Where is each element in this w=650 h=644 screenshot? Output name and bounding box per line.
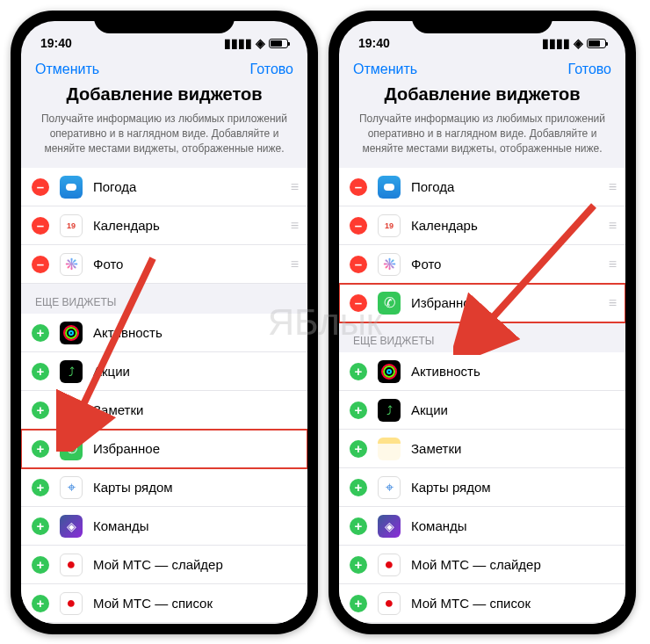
remove-icon[interactable]: –	[350, 217, 367, 235]
list-item-label: Мой МТС — слайдер	[411, 557, 615, 572]
add-icon[interactable]: +	[350, 517, 367, 535]
maps-icon	[60, 476, 83, 499]
stocks-icon	[378, 399, 401, 422]
shortcuts-icon	[378, 515, 401, 538]
list-item[interactable]: – Фото	[21, 245, 307, 284]
remove-icon[interactable]: –	[32, 256, 49, 273]
screen: 19:40 ▮▮▮▮ ◈ Отменить Готово Добавление …	[339, 21, 625, 624]
list-item[interactable]: + 19 На очереди	[339, 623, 625, 624]
list-item[interactable]: – Фото	[339, 245, 625, 284]
add-icon[interactable]: +	[350, 363, 367, 380]
add-icon[interactable]: +	[32, 440, 49, 458]
list-item-label: Мой МТС — список	[93, 596, 297, 611]
list-item[interactable]: + Карты рядом	[21, 468, 307, 507]
remove-icon[interactable]: –	[350, 178, 367, 196]
mts-icon	[378, 554, 401, 576]
list-item-label: Мой МТС — слайдер	[93, 557, 297, 572]
list-item[interactable]: + Команды	[21, 507, 307, 546]
mts-icon	[60, 592, 83, 615]
section-header: ЕЩЕ ВИДЖЕТЫ	[339, 322, 625, 352]
list-item[interactable]: – 19 Календарь	[21, 206, 307, 245]
add-icon[interactable]: +	[32, 324, 49, 342]
list-item[interactable]: – 19 Календарь	[339, 206, 625, 245]
list-item[interactable]: + Мой МТС — список	[339, 584, 625, 623]
phone-icon	[60, 438, 83, 460]
drag-handle-icon[interactable]	[609, 257, 615, 272]
add-icon[interactable]: +	[32, 556, 49, 574]
list-item[interactable]: – Погода	[339, 168, 625, 206]
list-item-label: Избранное	[93, 441, 297, 456]
page-title: Добавление виджетов	[358, 84, 606, 105]
photos-icon	[378, 253, 401, 276]
list-item-label: Календарь	[411, 218, 609, 233]
add-icon[interactable]: +	[350, 440, 367, 458]
remove-icon[interactable]: –	[350, 256, 367, 273]
page-desc: Получайте информацию из любимых приложен…	[40, 112, 288, 156]
list-item[interactable]: + Мой МТС — слайдер	[21, 546, 307, 584]
add-icon[interactable]: +	[350, 479, 367, 496]
drag-handle-icon[interactable]	[609, 295, 615, 311]
list-item-label: Карты рядом	[411, 480, 615, 495]
drag-handle-icon[interactable]	[291, 257, 297, 272]
add-icon[interactable]: +	[350, 556, 367, 574]
activity-icon	[378, 360, 401, 383]
list-item[interactable]: + Акции	[339, 391, 625, 430]
list-item-label: Активность	[411, 364, 615, 379]
stocks-icon	[60, 360, 83, 383]
weather-icon	[60, 176, 83, 199]
list-item-favorites[interactable]: + Избранное	[21, 430, 307, 468]
list-item[interactable]: + Музыка	[21, 623, 307, 624]
activity-icon	[60, 322, 83, 344]
cancel-button[interactable]: Отменить	[35, 62, 99, 77]
list-item[interactable]: + Заметки	[21, 391, 307, 430]
list-item-favorites[interactable]: – Избранное	[339, 284, 625, 322]
calendar-icon: 19	[60, 214, 83, 237]
add-icon[interactable]: +	[32, 363, 49, 380]
signal-icon: ▮▮▮▮	[224, 36, 252, 50]
list-item[interactable]: + Мой МТС — список	[21, 584, 307, 623]
list-item[interactable]: + Карты рядом	[339, 468, 625, 507]
remove-icon[interactable]: –	[32, 217, 49, 235]
done-button[interactable]: Готово	[568, 62, 611, 77]
nav-bar: Отменить Готово	[339, 56, 625, 84]
remove-icon[interactable]: –	[350, 294, 367, 312]
add-icon[interactable]: +	[32, 517, 49, 535]
list-item-label: Акции	[411, 402, 615, 417]
list-item[interactable]: + Мой МТС — слайдер	[339, 546, 625, 584]
active-widgets-list: – Погода – 19 Календарь – Фото – Избранн	[339, 168, 625, 322]
list-item[interactable]: + Команды	[339, 507, 625, 546]
drag-handle-icon[interactable]	[609, 218, 615, 234]
available-widgets-list: + Активность + Акции + Заметки + Избранн…	[21, 314, 307, 624]
list-item-label: Фото	[411, 257, 609, 271]
wifi-icon: ◈	[574, 36, 583, 50]
calendar-icon: 19	[378, 214, 401, 237]
add-icon[interactable]: +	[32, 595, 49, 612]
list-item[interactable]: + Заметки	[339, 430, 625, 468]
signal-icon: ▮▮▮▮	[542, 36, 570, 50]
list-item[interactable]: + Активность	[339, 352, 625, 391]
phone-right: 19:40 ▮▮▮▮ ◈ Отменить Готово Добавление …	[329, 11, 636, 634]
list-item-label: Избранное	[411, 295, 609, 310]
add-icon[interactable]: +	[32, 479, 49, 496]
list-item[interactable]: + Акции	[21, 352, 307, 391]
list-item-label: Акции	[93, 364, 297, 379]
notch	[412, 11, 552, 33]
wifi-icon: ◈	[256, 36, 265, 50]
done-button[interactable]: Готово	[250, 62, 293, 77]
phone-icon	[378, 292, 401, 315]
list-item[interactable]: – Погода	[21, 168, 307, 206]
add-icon[interactable]: +	[350, 402, 367, 419]
status-time: 19:40	[358, 36, 390, 50]
remove-icon[interactable]: –	[32, 178, 49, 196]
drag-handle-icon[interactable]	[609, 179, 615, 195]
page-title: Добавление виджетов	[40, 84, 288, 105]
list-item[interactable]: + Активность	[21, 314, 307, 352]
drag-handle-icon[interactable]	[291, 218, 297, 234]
list-item-label: Команды	[411, 518, 615, 533]
drag-handle-icon[interactable]	[291, 179, 297, 195]
screen: 19:40 ▮▮▮▮ ◈ Отменить Готово Добавление …	[21, 21, 307, 624]
section-header: ЕЩЕ ВИДЖЕТЫ	[21, 284, 307, 314]
cancel-button[interactable]: Отменить	[353, 62, 417, 77]
add-icon[interactable]: +	[350, 595, 367, 612]
add-icon[interactable]: +	[32, 402, 49, 419]
